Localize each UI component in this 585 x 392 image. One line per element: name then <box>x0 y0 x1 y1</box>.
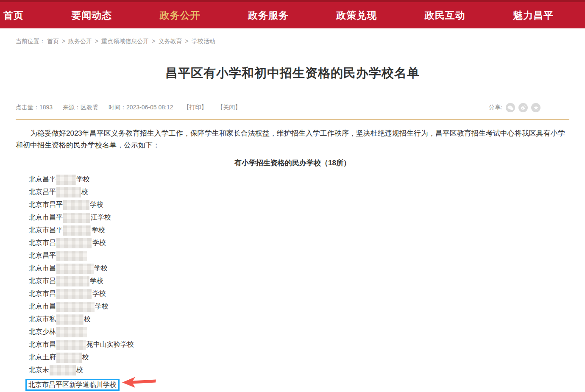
redacted-blur-block <box>56 314 84 325</box>
breadcrumb: 当前位置： 首页>政务公开>重点领域信息公开>义务教育>学校活动 <box>16 38 569 45</box>
article-time: 时间：2023-06-05 08:12 <box>109 104 173 111</box>
redacted-blur-block <box>63 213 90 223</box>
top-nav: 首页要闻动态政务公开政务服务政策兑现政民互动魅力昌平 <box>0 2 585 28</box>
views-count: 点击量：1893 <box>16 104 53 111</box>
breadcrumb-separator: > <box>185 38 188 44</box>
redacted-blur-block <box>56 238 92 248</box>
breadcrumb-link[interactable]: 政务公开 <box>68 38 92 44</box>
nav-item-3[interactable]: 政务公开 <box>160 9 201 22</box>
redacted-blur-block <box>50 365 76 375</box>
nav-item-2[interactable]: 要闻动态 <box>71 9 112 22</box>
article-meta: 点击量：1893 来源：区教委 时间：2023-06-05 08:12 【打印】… <box>16 104 249 111</box>
school-list-item: 北京王府校 <box>29 351 569 364</box>
breadcrumb-label: 当前位置： <box>16 38 45 44</box>
wechat-share-icon[interactable] <box>506 103 515 112</box>
breadcrumb-links: 首页>政务公开>重点领域信息公开>义务教育>学校活动 <box>45 38 215 44</box>
gold-divider <box>16 119 569 120</box>
school-list-item: 北京昌平校 <box>29 186 569 198</box>
highlight-box: 北京市昌平区新学道临川学校 <box>25 379 120 391</box>
breadcrumb-separator: > <box>95 38 98 44</box>
list-heading: 有小学招生资格的民办学校（18所） <box>0 158 585 168</box>
article-paragraph: 为稳妥做好2023年昌平区义务教育招生入学工作，保障学生和家长合法权益，维护招生… <box>16 128 569 151</box>
redacted-blur-block <box>56 251 87 261</box>
breadcrumb-link[interactable]: 首页 <box>47 38 59 44</box>
nav-item-5[interactable]: 政策兑现 <box>336 9 377 22</box>
school-list: 北京昌平学校北京昌平校北京市昌平学校北京市昌平江学校北京市昌平学校北京市昌学校北… <box>16 173 569 392</box>
redacted-blur-block <box>63 200 89 210</box>
qzone-share-icon[interactable] <box>531 103 540 112</box>
redacted-blur-block <box>56 340 86 350</box>
redacted-blur-block <box>63 225 91 236</box>
redacted-blur-block <box>56 187 81 197</box>
school-list-item: 北京市昌学校 <box>29 236 569 249</box>
nav-item-4[interactable]: 政务服务 <box>248 9 289 22</box>
school-list-item: 北京市昌学校 <box>29 275 569 287</box>
school-list-item: 北京市昌学校 <box>29 262 569 275</box>
school-list-item: 北京未校 <box>29 364 569 376</box>
redacted-blur-block <box>56 175 76 185</box>
school-list-item: 北京昌平学校 <box>29 173 569 186</box>
school-list-item: 北京市昌平学校 <box>29 224 569 236</box>
nav-item-1[interactable]: 首页 <box>3 9 24 22</box>
breadcrumb-link[interactable]: 学校活动 <box>192 38 215 44</box>
nav-item-6[interactable]: 政民互动 <box>425 9 465 22</box>
breadcrumb-separator: > <box>62 38 65 44</box>
article-meta-row: 点击量：1893 来源：区教委 时间：2023-06-05 08:12 【打印】… <box>16 103 569 112</box>
redacted-blur-block <box>56 302 95 312</box>
share-label: 分享: <box>489 104 502 111</box>
school-list-item: 北京昌平 <box>29 249 569 262</box>
redacted-blur-block <box>56 276 89 286</box>
redacted-blur-block <box>56 289 92 299</box>
redacted-blur-block <box>56 327 87 337</box>
school-list-item: 北京市昌平学校 <box>29 198 569 211</box>
school-list-item: 北京市昌平江学校 <box>29 211 569 224</box>
page-title: 昌平区有小学和初中招生资格的民办学校名单 <box>8 65 577 82</box>
redacted-blur-block <box>56 264 94 274</box>
nav-item-7[interactable]: 魅力昌平 <box>513 9 554 22</box>
school-list-item: 北京市昌苑中山实验学校 <box>29 338 569 351</box>
article-source: 来源：区教委 <box>63 104 98 111</box>
school-list-item: 北京市私校 <box>29 313 569 325</box>
school-list-item: 北京市昌学校 <box>29 287 569 300</box>
annotation-arrow-icon <box>122 376 156 392</box>
breadcrumb-link[interactable]: 义务教育 <box>158 38 182 44</box>
school-list-item: 北京市昌学校 <box>29 300 569 313</box>
share-bar: 分享: <box>489 103 540 112</box>
breadcrumb-separator: > <box>152 38 155 44</box>
close-button[interactable]: 【关闭】 <box>217 104 241 111</box>
school-list-item: 北京市昌平区新学道临川学校 <box>29 376 569 391</box>
school-list-item: 北京少林 <box>29 325 569 338</box>
print-button[interactable]: 【打印】 <box>183 104 207 111</box>
redacted-blur-block <box>56 353 82 363</box>
weibo-share-icon[interactable] <box>518 103 528 112</box>
breadcrumb-link[interactable]: 重点领域信息公开 <box>101 38 149 44</box>
